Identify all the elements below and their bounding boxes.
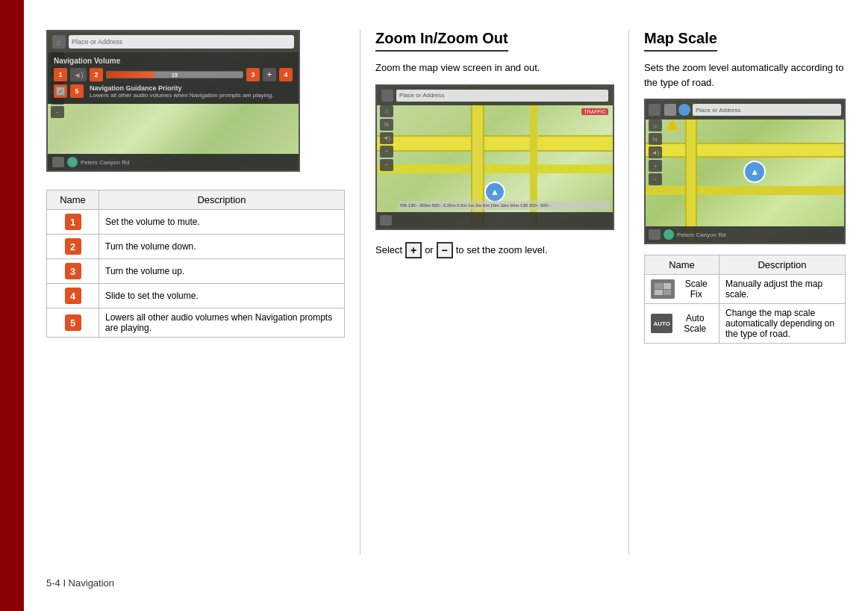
guidance-check: ✓ [56,87,65,96]
guidance-badge: ✓ [54,84,67,98]
ms-yellow-arrow [666,120,678,130]
scale-fix-icon [651,279,675,299]
ms-bottom-bar: Peters Canyon Rd [646,226,844,243]
slide-badge: 4 [279,68,293,81]
ms-address-bar: Place or Address [693,104,841,116]
top-bar: ⌂ Place or Address [48,31,299,52]
zoom-top-bar: Place or Address [377,86,613,105]
ms-road-3 [685,100,697,243]
vol-slider-fill [107,72,154,78]
ms-nav-side: N [649,133,662,145]
row-badge: 3 [65,263,81,279]
minus-side-icon: − [51,106,64,118]
ms-plus-side: + [649,160,662,172]
zoom-section-title: Zoom In/Zoom Out [375,30,508,52]
vol-slider-container: 15 [106,71,243,78]
volume-overlay: Navigation Volume 1 ◄) 2 15 3 + [48,52,299,104]
nav-bottom-bar: Peters Canyon Rd [48,154,299,170]
guidance-title: Navigation Guidance Priority [90,84,273,92]
zoom-home-side: ⌂ [380,105,393,117]
main-content: ⌂ N ◄) + − ⌂ Place or Address Navigation… [24,0,868,611]
col-right: Map Scale Sets the zoom level automatica… [628,30,846,555]
zoom-bottom-bar [377,212,613,229]
row-badge: 2 [65,238,81,255]
ms-side-icons: ⌂ N ◄) + − [649,120,662,185]
zoom-road-1 [377,135,613,152]
ms-home-icon [649,104,661,116]
scale-name-container: AUTOAuto Scale [651,313,713,334]
ms-vol-side: ◄) [649,146,662,158]
up-badge: 3 [246,68,260,81]
zoom-menu-icon [380,215,392,226]
col-left: ⌂ N ◄) + − ⌂ Place or Address Navigation… [46,30,360,555]
zoom-level-label: to set the zoom level. [456,244,548,255]
map-scale-screenshot: Place or Address ⌂ N ◄) + − ▲ Peters Can… [644,99,846,244]
map-scale-table-row: Scale FixManually adjust the map scale. [645,275,846,304]
ms-top-bar: Place or Address [646,100,844,120]
zoom-address-text: Place or Address [399,92,444,99]
table-row: 4Slide to set the volume. [47,284,345,308]
table-row: 1Set the volume to mute. [47,210,345,235]
ms-col-name: Name [645,255,719,275]
or-label: or [425,244,434,255]
scale-description-cell: Manually adjust the map scale. [719,275,846,304]
ms-nav-icon: ▲ [743,161,766,183]
columns-layout: ⌂ N ◄) + − ⌂ Place or Address Navigation… [46,30,846,555]
zoom-traffic-badge: TRAFFIC [581,108,608,115]
col-description-header: Description [99,190,345,210]
guidance-badge-5: 5 [70,84,84,98]
ms-menu-icon [649,229,661,240]
zoom-home-icon [381,90,393,102]
table-row: 2Turn the volume down. [47,235,345,259]
ms-icon-2 [678,104,690,116]
row-badge: 4 [65,288,81,304]
zoom-nav-icon: ▲ [484,182,505,202]
zoom-plus-side: + [380,146,393,158]
badge-cell: 2 [47,235,99,259]
description-cell: Set the volume to mute. [99,210,345,235]
map-scale-table-row: AUTOAuto ScaleChange the map scale autom… [645,304,846,344]
zoom-address-bar: Place or Address [396,90,608,102]
footer: 5-4 I Navigation [46,577,846,589]
vol-plus-icon: + [263,68,276,81]
description-cell: Turn the volume up. [99,259,345,284]
volume-controls: 1 ◄) 2 15 3 + 4 [54,68,293,81]
ms-col-desc: Description [719,255,846,275]
ms-home-side: ⌂ [649,120,662,131]
home-icon: ⌂ [52,35,66,49]
badge-cell: 1 [47,210,99,235]
table-row: 3Turn the volume up. [47,259,345,284]
guidance-text-container: Navigation Guidance Priority Lowers all … [90,84,273,99]
map-scale-table: Name Description Scale FixManually adjus… [644,255,846,344]
ms-road-2 [646,186,844,195]
menu-icon [52,157,64,167]
zoom-description: Zoom the map view screen in and out. [375,61,613,75]
address-text: Place or Address [72,38,122,46]
ms-minus-side: − [649,173,662,185]
nav-guidance: ✓ 5 Navigation Guidance Priority Lowers … [54,84,293,99]
description-cell: Lowers all other audio volumes when Navi… [99,308,345,338]
scale-description-cell: Change the map scale automatically depen… [719,304,846,344]
description-cell: Slide to set the volume. [99,284,345,308]
badge-cell: 4 [47,284,99,308]
nav-volume-screenshot: ⌂ N ◄) + − ⌂ Place or Address Navigation… [46,30,300,172]
badge-cell: 3 [47,259,99,284]
row-badge: 1 [65,214,81,230]
auto-scale-icon: AUTO [651,314,672,333]
ms-icon-1 [664,104,676,116]
mute-badge: 1 [54,68,67,81]
zoom-nav-side: N [380,119,393,131]
map-scale-description: Sets the zoom level automatically accord… [644,61,846,90]
table-row: 5Lowers all other audio volumes when Nav… [47,308,345,338]
scale-name-container: Scale Fix [651,279,713,300]
col-name-header: Name [47,190,99,210]
ms-road-1 [646,143,844,158]
volume-table: Name Description 1Set the volume to mute… [46,190,345,338]
description-cell: Turn the volume down. [99,235,345,259]
ms-address-text: Place or Address [696,107,740,114]
scale-name-cell: AUTOAuto Scale [645,304,719,344]
zoom-screenshot: Place or Address ⌂ N ◄) + − ▲ TRAFFIC 75… [375,84,614,230]
plus-button: + [405,242,422,258]
address-bar: Place or Address [69,35,294,49]
guidance-desc: Lowers all other audio volumes when Navi… [90,92,273,99]
